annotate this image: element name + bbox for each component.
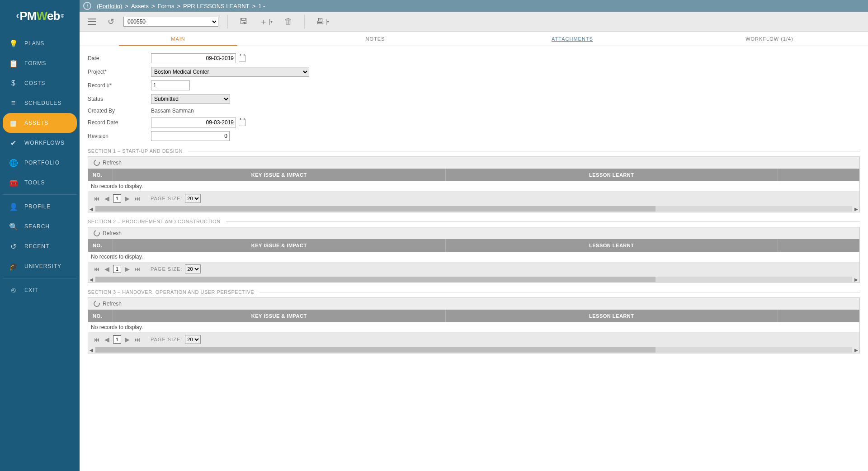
pager-first-icon[interactable]: ⏮: [93, 336, 101, 343]
refresh-icon[interactable]: [92, 229, 101, 237]
pager-last-icon[interactable]: ⏭: [133, 265, 142, 273]
recorddate-field[interactable]: [151, 118, 236, 127]
col-lesson-learnt[interactable]: LESSON LEARNT: [446, 169, 778, 181]
col-no[interactable]: NO.: [88, 169, 113, 181]
grid-empty-text: No records to display.: [88, 252, 859, 262]
grid-empty-text: No records to display.: [88, 322, 859, 332]
page-size-label: PAGE SIZE:: [151, 266, 182, 272]
history-icon[interactable]: ↺: [105, 15, 117, 28]
portfolio-icon: 🌐: [9, 159, 18, 167]
tab-workflow-1-4-[interactable]: WORKFLOW (1/4): [671, 32, 868, 46]
project-field[interactable]: Boston Medical Center: [151, 67, 309, 77]
sidebar-item-label: SCHEDULES: [24, 100, 61, 106]
pager-prev-icon[interactable]: ◀: [104, 265, 110, 273]
add-icon[interactable]: ＋|▾: [257, 14, 275, 29]
pager-next-icon[interactable]: ▶: [124, 265, 131, 273]
pager-next-icon[interactable]: ▶: [124, 195, 131, 202]
pager-next-icon[interactable]: ▶: [124, 336, 131, 343]
profile-icon: 👤: [9, 203, 18, 211]
sidebar-item-university[interactable]: 🎓UNIVERSITY: [3, 256, 77, 276]
pager-page-input[interactable]: [113, 265, 121, 273]
page-size-select[interactable]: 20: [185, 335, 201, 344]
sidebar-item-label: EXIT: [24, 287, 38, 293]
sidebar-item-label: ASSETS: [24, 120, 48, 126]
sidebar-item-recent[interactable]: ↺RECENT: [3, 236, 77, 256]
section-title: SECTION 1 – START-UP AND DESIGN: [88, 148, 860, 154]
grid-empty-text: No records to display.: [88, 181, 859, 191]
sidebar-item-label: PORTFOLIO: [24, 160, 60, 166]
status-field[interactable]: Submitted: [151, 94, 230, 104]
refresh-button[interactable]: Refresh: [103, 230, 122, 236]
section-title: SECTION 3 – HANDOVER, OPERATION AND USER…: [88, 289, 860, 295]
refresh-icon[interactable]: [92, 158, 101, 167]
revision-field[interactable]: [151, 131, 230, 141]
col-key-issue[interactable]: KEY ISSUE & IMPACT: [113, 169, 446, 181]
pager-page-input[interactable]: [113, 194, 121, 203]
data-grid: RefreshNO.KEY ISSUE & IMPACTLESSON LEARN…: [88, 227, 860, 283]
grid-pager: ⏮◀▶⏭PAGE SIZE:20: [88, 262, 859, 276]
grid-scrollbar[interactable]: ◀▶: [88, 206, 859, 212]
grid-header: NO.KEY ISSUE & IMPACTLESSON LEARNT: [88, 239, 859, 252]
sidebar-item-tools[interactable]: 🧰TOOLS: [3, 173, 77, 193]
status-label: Status: [88, 96, 151, 102]
record-no-field[interactable]: [151, 80, 190, 90]
page-size-select[interactable]: 20: [185, 194, 201, 203]
tools-icon: 🧰: [9, 179, 18, 187]
sidebar-item-costs[interactable]: $COSTS: [3, 73, 77, 93]
save-icon[interactable]: 🖫: [237, 15, 250, 28]
sidebar-item-assets[interactable]: ▦ASSETS: [3, 113, 77, 133]
refresh-icon[interactable]: [92, 299, 101, 308]
sidebar-item-portfolio[interactable]: 🌐PORTFOLIO: [3, 153, 77, 173]
pager-first-icon[interactable]: ⏮: [93, 195, 101, 202]
print-icon[interactable]: 🖶 |▾: [314, 15, 332, 28]
refresh-button[interactable]: Refresh: [103, 160, 122, 166]
refresh-button[interactable]: Refresh: [103, 301, 122, 307]
record-selector[interactable]: 000550-: [123, 17, 218, 27]
list-icon[interactable]: [85, 17, 99, 27]
sidebar-item-plans[interactable]: 💡PLANS: [3, 33, 77, 53]
delete-icon[interactable]: 🗑: [282, 15, 295, 28]
page-size-select[interactable]: 20: [185, 264, 201, 273]
workflows-icon: ✔: [9, 139, 18, 147]
sidebar-item-forms[interactable]: 📋FORMS: [3, 53, 77, 73]
pager-last-icon[interactable]: ⏭: [133, 336, 142, 343]
grid-scrollbar[interactable]: ◀▶: [88, 347, 859, 353]
col-key-issue[interactable]: KEY ISSUE & IMPACT: [113, 310, 446, 322]
grid-pager: ⏮◀▶⏭PAGE SIZE:20: [88, 332, 859, 347]
breadcrumb-root[interactable]: (Portfolio): [97, 3, 122, 9]
col-lesson-learnt[interactable]: LESSON LEARNT: [446, 239, 778, 252]
pager-prev-icon[interactable]: ◀: [104, 336, 110, 343]
col-blank: [778, 239, 859, 252]
col-blank: [778, 310, 859, 322]
sidebar-item-label: TOOLS: [24, 179, 45, 186]
pager-first-icon[interactable]: ⏮: [93, 265, 101, 273]
info-icon[interactable]: i: [83, 2, 91, 10]
sidebar-item-workflows[interactable]: ✔WORKFLOWS: [3, 133, 77, 153]
sidebar-item-label: WORKFLOWS: [24, 140, 65, 146]
data-grid: RefreshNO.KEY ISSUE & IMPACTLESSON LEARN…: [88, 297, 860, 353]
calendar-icon[interactable]: [239, 55, 246, 62]
nav-list: 💡PLANS📋FORMS$COSTS≡SCHEDULES▦ASSETS✔WORK…: [0, 32, 80, 302]
breadcrumb: i (Portfolio) >Assets >Forms >PPR LESSON…: [80, 0, 868, 12]
col-no[interactable]: NO.: [88, 239, 113, 252]
sidebar-item-search[interactable]: 🔍SEARCH: [3, 217, 77, 236]
date-field[interactable]: [151, 53, 236, 63]
recorddate-label: Record Date: [88, 119, 151, 126]
col-lesson-learnt[interactable]: LESSON LEARNT: [446, 310, 778, 322]
breadcrumb-item: Assets: [131, 3, 149, 9]
pager-last-icon[interactable]: ⏭: [133, 195, 142, 202]
grid-scrollbar[interactable]: ◀▶: [88, 276, 859, 283]
sidebar-item-profile[interactable]: 👤PROFILE: [3, 197, 77, 217]
calendar-icon[interactable]: [239, 119, 246, 126]
pager-prev-icon[interactable]: ◀: [104, 195, 110, 202]
pager-page-input[interactable]: [113, 335, 121, 344]
sidebar-item-schedules[interactable]: ≡SCHEDULES: [3, 93, 77, 113]
tab-notes[interactable]: NOTES: [277, 32, 474, 46]
tab-main[interactable]: MAIN: [80, 32, 277, 46]
col-key-issue[interactable]: KEY ISSUE & IMPACT: [113, 239, 446, 252]
grid-header: NO.KEY ISSUE & IMPACTLESSON LEARNT: [88, 169, 859, 181]
sidebar-item-exit[interactable]: ⎋EXIT: [3, 280, 77, 300]
col-no[interactable]: NO.: [88, 310, 113, 322]
breadcrumb-item: 1 -: [258, 3, 265, 9]
tab-attachments[interactable]: ATTACHMENTS: [474, 32, 671, 46]
